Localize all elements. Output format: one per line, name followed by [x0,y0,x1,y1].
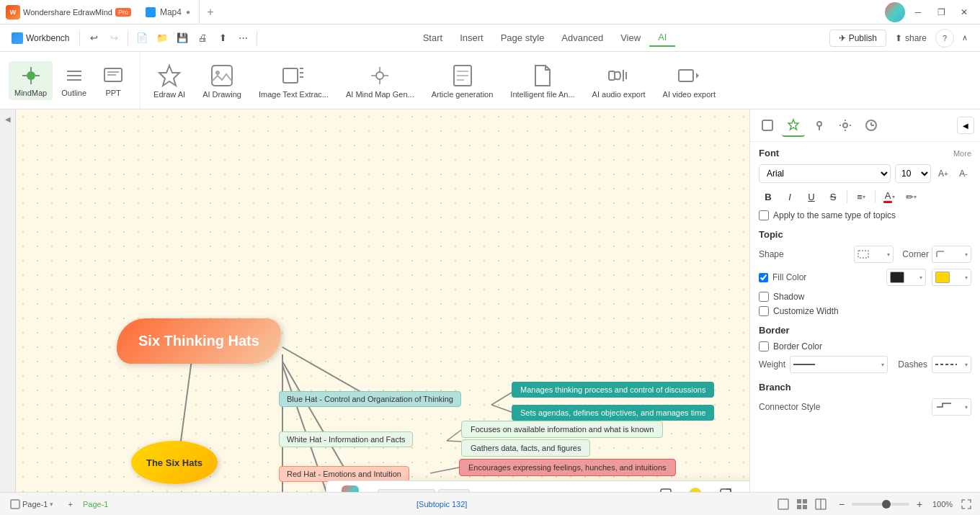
align-button[interactable]: ≡▾ [852,187,870,206]
view-grid-button[interactable] [794,496,810,512]
canvas[interactable]: Six Thinking Hats The Six Hats Blue Hat … [16,109,749,492]
italic-button[interactable]: I [780,187,799,206]
print-button[interactable]: 🖨 [193,29,212,48]
shadow-checkbox[interactable] [759,292,769,302]
tab-insert[interactable]: Insert [451,30,492,46]
dashes-select[interactable]: ▾ [932,356,971,373]
bold-button[interactable]: B [759,187,778,206]
ft-increase-size[interactable]: A+ [473,489,491,493]
tab-page-style[interactable]: Page style [492,30,553,46]
subnode-blue-1[interactable]: Manages thinking process and control of … [512,382,714,398]
ft-layout-tool[interactable]: Layout [744,485,749,493]
tab-add-button[interactable]: + [200,0,221,24]
subnode-white-1[interactable]: Focuses on available information and wha… [461,421,663,438]
font-family-select[interactable]: Arial [759,164,891,183]
apply-same-checkbox[interactable] [759,210,769,220]
ft-text-color[interactable]: A [582,489,600,493]
ribbon-ai-drawing-button[interactable]: AI Drawing [195,60,249,102]
fill-color-select-black[interactable]: ▾ [886,269,926,286]
tab-view[interactable]: View [612,30,649,46]
ribbon-ppt-button[interactable]: PPT [95,61,131,100]
zoom-slider[interactable] [852,503,909,506]
font-decrease-button[interactable]: A- [956,166,971,182]
panel-icon-clock[interactable] [860,114,883,137]
undo-button[interactable]: ↩ [84,29,103,48]
fill-color-select-yellow[interactable]: ▾ [932,269,971,286]
underline-button[interactable]: U [802,187,821,206]
minimize-button[interactable]: ─ [908,2,928,22]
panel-icon-shape[interactable] [756,114,779,137]
ft-italic[interactable]: I [541,489,560,493]
ft-underline[interactable]: U [561,489,580,493]
export-button[interactable]: ⬆ [213,29,232,48]
share-button[interactable]: ⬆ share [888,30,934,46]
branch-red-hat[interactable]: Red Hat - Emotions and Intuition [279,466,409,482]
font-increase-button[interactable]: A+ [935,166,951,182]
restore-button[interactable]: ❐ [931,2,951,22]
tab-map4[interactable]: Map4 ● [137,0,200,24]
zoom-plus-button[interactable]: + [912,497,927,511]
ft-shape-tool[interactable]: Shape [650,485,682,493]
view-fit-button[interactable] [775,496,791,512]
ribbon-image-text-button[interactable]: Image Text Extrac... [251,60,336,102]
tab-ai[interactable]: AI [649,29,675,47]
corner-select[interactable]: ▾ [932,246,971,263]
font-size-select[interactable]: 10 [895,164,931,183]
subnode-red-1[interactable]: Encourages expressing feelings, hunches,… [459,459,676,476]
ft-bold[interactable]: B [521,489,540,493]
new-button[interactable]: 📄 [133,29,151,48]
save-button[interactable]: 💾 [173,29,192,48]
open-folder-button[interactable]: 📁 [153,29,172,48]
ft-size-select[interactable]: 10 [438,489,470,493]
ft-more-format[interactable]: ≪ [622,489,641,493]
generate-button[interactable]: Generate [332,484,368,492]
collapse-panel-button[interactable]: ◀ [957,117,974,134]
highlight-button[interactable]: ✏▾ [901,187,920,206]
zoom-minus-button[interactable]: − [834,497,849,511]
ribbon-outline-button[interactable]: Outline [55,61,92,100]
panel-icon-settings[interactable] [834,114,857,137]
shape-select[interactable]: ▾ [854,246,894,263]
page-select-button[interactable]: Page-1 ▾ [6,498,58,511]
panel-icon-ai[interactable] [782,114,805,137]
more-actions-button[interactable]: ⋯ [233,29,252,48]
collapse-ribbon-button[interactable]: ∧ [956,29,974,48]
help-button[interactable]: ? [935,29,954,48]
subnode-white-2[interactable]: Gathers data, facts, and figures [461,439,590,457]
ft-decrease-size[interactable]: A- [493,489,512,493]
ribbon-audio-export-button[interactable]: AI audio export [585,60,653,102]
strikethrough-button[interactable]: S [824,187,842,206]
ft-font-select[interactable]: Arial [378,489,435,493]
ribbon-ai-mindmap-button[interactable]: AI Mind Map Gen... [339,60,422,102]
ribbon-video-export-button[interactable]: AI video export [656,60,723,102]
ai-ball[interactable] [885,2,905,22]
ribbon-edraw-ai-button[interactable]: Edraw AI [146,60,192,102]
root-node[interactable]: Six Thinking Hats [117,318,281,364]
branch-blue-hat[interactable]: Blue Hat - Control and Organization of T… [279,391,461,407]
tab-advanced[interactable]: Advanced [553,30,612,46]
publish-button[interactable]: ✈ Publish [829,30,886,47]
ribbon-mindmap-button[interactable]: MindMap [9,61,53,100]
fullscreen-button[interactable] [958,496,974,512]
workbench-button[interactable]: Workbench [6,30,75,47]
customize-width-checkbox[interactable] [759,306,769,316]
font-more-button[interactable]: More [953,149,971,158]
ribbon-article-gen-button[interactable]: Article generation [424,60,501,102]
ft-highlight[interactable] [602,489,620,493]
ft-fill-tool[interactable]: Fill [683,485,708,493]
redo-button[interactable]: ↪ [104,29,123,48]
panel-collapse-toggle[interactable]: ◀ [0,109,16,492]
center-node[interactable]: The Six Hats [131,441,218,484]
branch-white-hat[interactable]: White Hat - Information and Facts [279,431,413,447]
weight-select[interactable]: ▾ [790,356,888,373]
zoom-thumb[interactable] [882,500,891,509]
subnode-blue-2[interactable]: Sets agendas, defines objectives, and ma… [512,405,714,421]
fill-color-checkbox[interactable] [759,273,768,282]
text-color-button[interactable]: A ▾ [880,187,899,206]
view-split-button[interactable] [813,496,829,512]
ft-border-tool[interactable]: Border [709,485,742,493]
add-page-button[interactable]: + [63,498,76,510]
ribbon-intelligent-file-button[interactable]: Intelligent file An... [503,60,582,102]
border-color-checkbox[interactable] [759,341,769,351]
tab-start[interactable]: Start [414,30,451,46]
